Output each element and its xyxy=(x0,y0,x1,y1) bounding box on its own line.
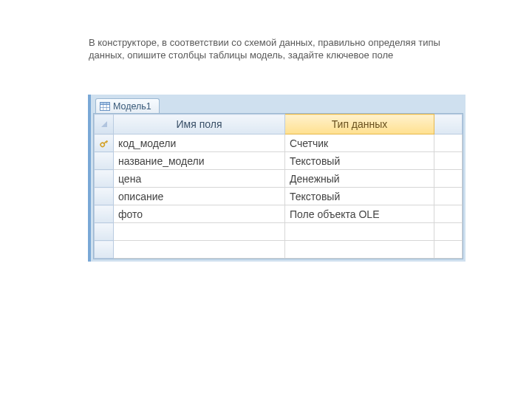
row-selector[interactable] xyxy=(95,152,114,170)
select-all-corner[interactable] xyxy=(95,115,114,134)
row-selector[interactable] xyxy=(95,134,114,152)
tab-label: Модель1 xyxy=(113,101,151,112)
field-name-cell[interactable] xyxy=(114,223,285,241)
data-type-cell[interactable]: Денежный xyxy=(285,170,434,188)
table-row xyxy=(95,241,463,259)
extra-cell[interactable] xyxy=(434,170,463,188)
designer-grid: Имя поля Тип данных код_моделиСчетчикназ… xyxy=(93,113,463,259)
extra-cell[interactable] xyxy=(434,241,463,259)
column-header-field-name[interactable]: Имя поля xyxy=(114,115,285,134)
data-type-cell[interactable] xyxy=(285,241,434,259)
tab-model1[interactable]: Модель1 xyxy=(95,98,160,113)
column-header-extra[interactable] xyxy=(434,115,463,134)
table-row: фотоПоле объекта OLE xyxy=(95,205,463,223)
table-icon xyxy=(100,102,110,111)
instruction-text: В конструкторе, в соответствии со схемой… xyxy=(89,37,466,62)
data-type-cell[interactable]: Текстовый xyxy=(285,152,434,170)
row-selector[interactable] xyxy=(95,223,114,241)
data-type-cell[interactable]: Счетчик xyxy=(285,134,434,152)
svg-rect-1 xyxy=(100,103,110,105)
primary-key-icon xyxy=(95,138,113,149)
table-designer-window: Модель1 Имя поля Тип данных xyxy=(88,95,466,262)
table-row: код_моделиСчетчик xyxy=(95,134,463,152)
data-type-cell[interactable] xyxy=(285,223,434,241)
field-name-cell[interactable]: фото xyxy=(114,205,285,223)
column-header-data-type[interactable]: Тип данных xyxy=(285,115,434,134)
table-row: ценаДенежный xyxy=(95,170,463,188)
field-name-cell[interactable]: цена xyxy=(114,170,285,188)
field-name-cell[interactable]: описание xyxy=(114,188,285,205)
field-name-cell[interactable]: код_модели xyxy=(114,134,285,152)
extra-cell[interactable] xyxy=(434,188,463,205)
extra-cell[interactable] xyxy=(434,223,463,241)
table-row: название_моделиТекстовый xyxy=(95,152,463,170)
data-type-cell[interactable]: Поле объекта OLE xyxy=(285,205,434,223)
table-row: описаниеТекстовый xyxy=(95,188,463,205)
extra-cell[interactable] xyxy=(434,152,463,170)
table-row xyxy=(95,223,463,241)
field-name-cell[interactable] xyxy=(114,241,285,259)
row-selector[interactable] xyxy=(95,241,114,259)
extra-cell[interactable] xyxy=(434,205,463,223)
row-selector[interactable] xyxy=(95,170,114,188)
tab-strip: Модель1 xyxy=(93,97,463,113)
data-type-cell[interactable]: Текстовый xyxy=(285,188,434,205)
extra-cell[interactable] xyxy=(434,134,463,152)
row-selector[interactable] xyxy=(95,205,114,223)
field-name-cell[interactable]: название_модели xyxy=(114,152,285,170)
row-selector[interactable] xyxy=(95,188,114,205)
